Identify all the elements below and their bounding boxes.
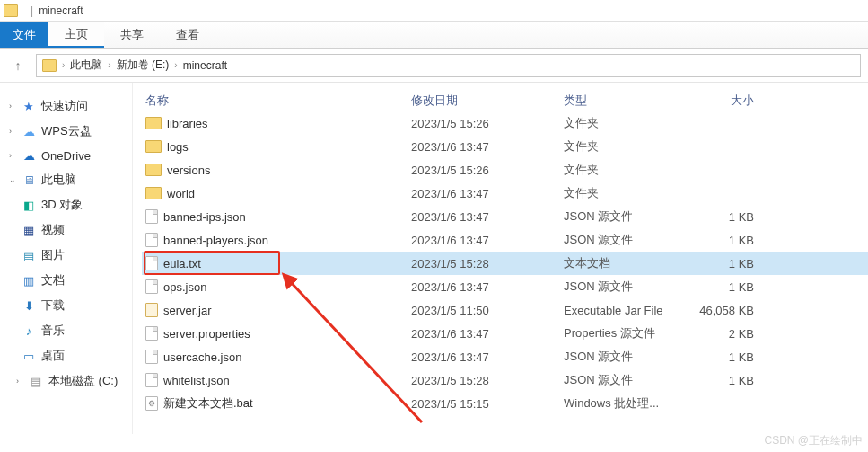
file-date: 2023/1/5 15:26 <box>411 164 564 177</box>
nav-pane: ›★快速访问 ›☁WPS云盘 ›☁OneDrive ⌄🖥此电脑 ◧3D 对象 ▦… <box>0 83 133 434</box>
table-row[interactable]: ops.json2023/1/6 13:47JSON 源文件1 KB <box>142 275 868 298</box>
breadcrumb-seg-pc[interactable]: 此电脑 <box>70 58 102 73</box>
document-icon: ▥ <box>22 273 36 288</box>
address-bar: ↑ › 此电脑 › 新加卷 (E:) › minecraft <box>0 49 868 83</box>
col-name[interactable]: 名称 <box>142 93 411 109</box>
music-icon: ♪ <box>22 323 36 338</box>
file-type: Windows 批处理... <box>564 395 689 412</box>
table-row[interactable]: usercache.json2023/1/6 13:47JSON 源文件1 KB <box>142 345 868 368</box>
jar-icon <box>145 303 158 317</box>
file-name: logs <box>167 140 189 154</box>
file-date: 2023/1/6 13:47 <box>411 187 564 200</box>
ribbon-tabs: 文件 主页 共享 查看 <box>0 22 868 49</box>
nav-label: 本地磁盘 (C:) <box>48 373 118 389</box>
picture-icon: ▤ <box>22 248 36 262</box>
file-date: 2023/1/6 13:47 <box>411 280 564 294</box>
table-row[interactable]: 新建文本文档.bat2023/1/5 15:15Windows 批处理... <box>142 392 868 415</box>
file-icon <box>145 256 158 270</box>
file-type: 文件夹 <box>564 115 689 131</box>
nav-label: 下载 <box>41 297 65 314</box>
file-name: usercache.json <box>163 350 241 364</box>
tab-file[interactable]: 文件 <box>0 22 48 48</box>
bat-icon <box>145 396 158 411</box>
tab-share[interactable]: 共享 <box>104 22 160 48</box>
file-type: JSON 源文件 <box>564 349 689 365</box>
nav-this-pc[interactable]: ⌄🖥此电脑 <box>5 167 127 192</box>
nav-wps[interactable]: ›☁WPS云盘 <box>5 119 127 144</box>
breadcrumb-seg-folder[interactable]: minecraft <box>183 59 227 72</box>
table-row[interactable]: banned-ips.json2023/1/6 13:47JSON 源文件1 K… <box>142 205 868 228</box>
file-name: server.jar <box>163 304 211 317</box>
col-date[interactable]: 修改日期 <box>411 93 564 109</box>
file-date: 2023/1/5 15:15 <box>411 397 564 411</box>
nav-pictures[interactable]: ▤图片 <box>5 243 127 268</box>
table-row[interactable]: libraries2023/1/5 15:26文件夹 <box>142 111 868 135</box>
file-date: 2023/1/5 15:28 <box>411 257 564 270</box>
folder-icon <box>145 164 162 176</box>
file-size: 1 KB <box>689 374 770 387</box>
table-row[interactable]: server.jar2023/1/5 11:50Executable Jar F… <box>142 298 868 322</box>
folder-icon <box>145 140 162 153</box>
column-headers: 名称 修改日期 类型 大小 <box>142 90 868 111</box>
chevron-down-icon: ⌄ <box>9 175 16 184</box>
nav-3d-objects[interactable]: ◧3D 对象 <box>5 192 127 217</box>
table-row[interactable]: banned-players.json2023/1/6 13:47JSON 源文… <box>142 228 868 252</box>
breadcrumb[interactable]: › 此电脑 › 新加卷 (E:) › minecraft <box>36 54 861 77</box>
file-icon <box>145 279 158 294</box>
file-icon <box>145 326 158 341</box>
file-date: 2023/1/6 13:47 <box>411 327 564 341</box>
file-type: JSON 源文件 <box>564 208 689 225</box>
nav-downloads[interactable]: ⬇下载 <box>5 293 127 318</box>
file-name: banned-players.json <box>163 234 268 247</box>
file-type: 文件夹 <box>564 185 689 201</box>
nav-label: 3D 对象 <box>41 197 83 213</box>
table-row[interactable]: logs2023/1/6 13:47文件夹 <box>142 135 868 158</box>
file-name: eula.txt <box>163 257 201 270</box>
breadcrumb-seg-drive[interactable]: 新加卷 (E:) <box>117 58 170 73</box>
tab-home[interactable]: 主页 <box>48 22 104 48</box>
file-name: 新建文本文档.bat <box>163 395 253 412</box>
nav-disk-c[interactable]: ›▤本地磁盘 (C:) <box>5 368 127 394</box>
table-row[interactable]: versions2023/1/5 15:26文件夹 <box>142 158 868 182</box>
tab-view[interactable]: 查看 <box>160 22 215 48</box>
nav-label: 音乐 <box>41 323 65 339</box>
titlebar: | minecraft <box>0 0 868 22</box>
disk-icon: ▤ <box>29 374 43 388</box>
nav-desktop[interactable]: ▭桌面 <box>5 343 127 368</box>
download-icon: ⬇ <box>22 298 36 313</box>
main-area: ›★快速访问 ›☁WPS云盘 ›☁OneDrive ⌄🖥此电脑 ◧3D 对象 ▦… <box>0 83 868 434</box>
file-name: ops.json <box>163 280 206 294</box>
nav-music[interactable]: ♪音乐 <box>5 318 127 343</box>
nav-label: 图片 <box>41 247 65 263</box>
cube-icon: ◧ <box>22 198 36 212</box>
file-name: banned-ips.json <box>163 210 246 224</box>
file-type: JSON 源文件 <box>564 232 689 248</box>
file-name: whitelist.json <box>163 374 230 387</box>
chevron-right-icon: › <box>62 60 65 70</box>
nav-documents[interactable]: ▥文档 <box>5 268 127 293</box>
nav-up-icon[interactable]: ↑ <box>7 55 29 76</box>
table-row[interactable]: eula.txt2023/1/5 15:28文本文档1 KB <box>142 252 868 275</box>
table-row[interactable]: server.properties2023/1/6 13:47Propertie… <box>142 322 868 345</box>
folder-icon <box>145 117 162 129</box>
table-row[interactable]: world2023/1/6 13:47文件夹 <box>142 182 868 205</box>
folder-icon <box>145 187 162 199</box>
file-icon <box>145 209 158 224</box>
table-row[interactable]: whitelist.json2023/1/5 15:28JSON 源文件1 KB <box>142 368 868 392</box>
file-type: 文件夹 <box>564 162 689 178</box>
file-size: 1 KB <box>689 234 770 247</box>
chevron-right-icon: › <box>9 102 16 111</box>
chevron-right-icon: › <box>9 127 16 136</box>
nav-quick-access[interactable]: ›★快速访问 <box>5 93 127 119</box>
col-size[interactable]: 大小 <box>689 93 770 109</box>
file-name: versions <box>167 164 210 177</box>
file-icon <box>145 373 158 387</box>
nav-video[interactable]: ▦视频 <box>5 217 127 243</box>
cloud-icon: ☁ <box>22 148 36 163</box>
nav-onedrive[interactable]: ›☁OneDrive <box>5 144 127 167</box>
col-type[interactable]: 类型 <box>564 93 689 109</box>
file-type: 文件夹 <box>564 138 689 155</box>
window-title: minecraft <box>39 4 83 17</box>
nav-label: 此电脑 <box>41 172 76 188</box>
file-date: 2023/1/6 13:47 <box>411 350 564 364</box>
